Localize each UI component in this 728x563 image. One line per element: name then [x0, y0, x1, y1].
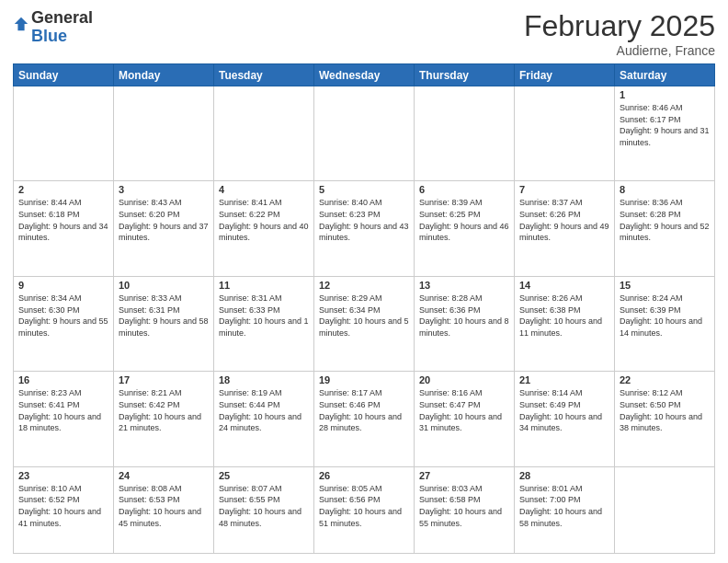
- day-number: 27: [419, 470, 509, 481]
- calendar-header-row: SundayMondayTuesdayWednesdayThursdayFrid…: [14, 64, 715, 86]
- day-number: 25: [219, 470, 309, 481]
- day-info: Sunrise: 8:34 AM Sunset: 6:30 PM Dayligh…: [18, 293, 108, 339]
- day-info: Sunrise: 8:17 AM Sunset: 6:46 PM Dayligh…: [319, 387, 409, 433]
- calendar-cell: 6Sunrise: 8:39 AM Sunset: 6:25 PM Daylig…: [415, 181, 515, 276]
- day-info: Sunrise: 8:40 AM Sunset: 6:23 PM Dayligh…: [319, 197, 409, 243]
- calendar-cell: 11Sunrise: 8:31 AM Sunset: 6:33 PM Dayli…: [214, 276, 314, 371]
- day-number: 11: [219, 280, 309, 291]
- title-block: February 2025 Audierne, France: [524, 9, 715, 58]
- weekday-header: Sunday: [14, 64, 114, 86]
- day-info: Sunrise: 8:12 AM Sunset: 6:50 PM Dayligh…: [620, 387, 710, 433]
- day-info: Sunrise: 8:36 AM Sunset: 6:28 PM Dayligh…: [620, 197, 710, 243]
- day-number: 14: [519, 280, 609, 291]
- location: Audierne, France: [524, 43, 715, 58]
- day-info: Sunrise: 8:23 AM Sunset: 6:41 PM Dayligh…: [18, 387, 108, 433]
- day-number: 15: [620, 280, 710, 291]
- day-info: Sunrise: 8:14 AM Sunset: 6:49 PM Dayligh…: [519, 387, 609, 433]
- calendar-week-row: 9Sunrise: 8:34 AM Sunset: 6:30 PM Daylig…: [14, 276, 715, 371]
- day-info: Sunrise: 8:28 AM Sunset: 6:36 PM Dayligh…: [419, 293, 509, 339]
- calendar-cell: 5Sunrise: 8:40 AM Sunset: 6:23 PM Daylig…: [314, 181, 415, 276]
- calendar: SundayMondayTuesdayWednesdayThursdayFrid…: [13, 63, 715, 554]
- calendar-cell: 18Sunrise: 8:19 AM Sunset: 6:44 PM Dayli…: [214, 372, 314, 466]
- day-info: Sunrise: 8:26 AM Sunset: 6:38 PM Dayligh…: [519, 293, 609, 339]
- day-number: 3: [119, 184, 209, 195]
- calendar-cell: 12Sunrise: 8:29 AM Sunset: 6:34 PM Dayli…: [314, 276, 415, 371]
- page: General Blue February 2025 Audierne, Fra…: [0, 0, 728, 563]
- day-info: Sunrise: 8:37 AM Sunset: 6:26 PM Dayligh…: [519, 197, 609, 243]
- day-number: 16: [18, 374, 108, 385]
- day-info: Sunrise: 8:21 AM Sunset: 6:42 PM Dayligh…: [119, 387, 209, 433]
- calendar-cell: 2Sunrise: 8:44 AM Sunset: 6:18 PM Daylig…: [14, 181, 114, 276]
- day-info: Sunrise: 8:01 AM Sunset: 7:00 PM Dayligh…: [519, 483, 609, 529]
- day-info: Sunrise: 8:44 AM Sunset: 6:18 PM Dayligh…: [18, 197, 108, 243]
- calendar-week-row: 16Sunrise: 8:23 AM Sunset: 6:41 PM Dayli…: [14, 372, 715, 466]
- calendar-cell: 20Sunrise: 8:16 AM Sunset: 6:47 PM Dayli…: [415, 372, 515, 466]
- day-info: Sunrise: 8:24 AM Sunset: 6:39 PM Dayligh…: [620, 293, 710, 339]
- day-info: Sunrise: 8:39 AM Sunset: 6:25 PM Dayligh…: [419, 197, 509, 243]
- day-number: 2: [18, 184, 108, 195]
- day-info: Sunrise: 8:31 AM Sunset: 6:33 PM Dayligh…: [219, 293, 309, 339]
- day-info: Sunrise: 8:03 AM Sunset: 6:58 PM Dayligh…: [419, 483, 509, 529]
- calendar-cell: [415, 86, 515, 181]
- calendar-cell: 24Sunrise: 8:08 AM Sunset: 6:53 PM Dayli…: [114, 466, 214, 553]
- day-number: 22: [620, 374, 710, 385]
- day-info: Sunrise: 8:33 AM Sunset: 6:31 PM Dayligh…: [119, 293, 209, 339]
- day-number: 20: [419, 374, 509, 385]
- day-number: 1: [620, 89, 710, 100]
- weekday-header: Friday: [515, 64, 615, 86]
- day-number: 4: [219, 184, 309, 195]
- calendar-cell: 26Sunrise: 8:05 AM Sunset: 6:56 PM Dayli…: [314, 466, 415, 553]
- day-info: Sunrise: 8:10 AM Sunset: 6:52 PM Dayligh…: [18, 483, 108, 529]
- calendar-cell: 4Sunrise: 8:41 AM Sunset: 6:22 PM Daylig…: [214, 181, 314, 276]
- calendar-cell: 7Sunrise: 8:37 AM Sunset: 6:26 PM Daylig…: [515, 181, 615, 276]
- calendar-week-row: 2Sunrise: 8:44 AM Sunset: 6:18 PM Daylig…: [14, 181, 715, 276]
- calendar-week-row: 1Sunrise: 8:46 AM Sunset: 6:17 PM Daylig…: [14, 86, 715, 181]
- calendar-cell: [214, 86, 314, 181]
- day-number: 28: [519, 470, 609, 481]
- calendar-cell: [615, 466, 715, 553]
- weekday-header: Wednesday: [314, 64, 415, 86]
- calendar-cell: 23Sunrise: 8:10 AM Sunset: 6:52 PM Dayli…: [14, 466, 114, 553]
- calendar-cell: 19Sunrise: 8:17 AM Sunset: 6:46 PM Dayli…: [314, 372, 415, 466]
- calendar-cell: [515, 86, 615, 181]
- day-info: Sunrise: 8:41 AM Sunset: 6:22 PM Dayligh…: [219, 197, 309, 243]
- calendar-cell: 17Sunrise: 8:21 AM Sunset: 6:42 PM Dayli…: [114, 372, 214, 466]
- weekday-header: Thursday: [415, 64, 515, 86]
- calendar-cell: [14, 86, 114, 181]
- day-info: Sunrise: 8:29 AM Sunset: 6:34 PM Dayligh…: [319, 293, 409, 339]
- calendar-cell: 14Sunrise: 8:26 AM Sunset: 6:38 PM Dayli…: [515, 276, 615, 371]
- calendar-cell: 21Sunrise: 8:14 AM Sunset: 6:49 PM Dayli…: [515, 372, 615, 466]
- calendar-cell: [114, 86, 214, 181]
- day-number: 19: [319, 374, 409, 385]
- calendar-cell: 28Sunrise: 8:01 AM Sunset: 7:00 PM Dayli…: [515, 466, 615, 553]
- logo: General Blue: [13, 9, 93, 46]
- day-number: 23: [18, 470, 108, 481]
- calendar-cell: 13Sunrise: 8:28 AM Sunset: 6:36 PM Dayli…: [415, 276, 515, 371]
- weekday-header: Tuesday: [214, 64, 314, 86]
- calendar-cell: 25Sunrise: 8:07 AM Sunset: 6:55 PM Dayli…: [214, 466, 314, 553]
- calendar-cell: 10Sunrise: 8:33 AM Sunset: 6:31 PM Dayli…: [114, 276, 214, 371]
- month-title: February 2025: [524, 9, 715, 43]
- day-number: 13: [419, 280, 509, 291]
- day-number: 9: [18, 280, 108, 291]
- day-info: Sunrise: 8:19 AM Sunset: 6:44 PM Dayligh…: [219, 387, 309, 433]
- day-number: 6: [419, 184, 509, 195]
- day-number: 7: [519, 184, 609, 195]
- calendar-cell: 1Sunrise: 8:46 AM Sunset: 6:17 PM Daylig…: [615, 86, 715, 181]
- day-number: 17: [119, 374, 209, 385]
- logo-icon: [13, 16, 29, 32]
- calendar-cell: 15Sunrise: 8:24 AM Sunset: 6:39 PM Dayli…: [615, 276, 715, 371]
- day-number: 8: [620, 184, 710, 195]
- day-number: 18: [219, 374, 309, 385]
- day-number: 26: [319, 470, 409, 481]
- calendar-cell: 27Sunrise: 8:03 AM Sunset: 6:58 PM Dayli…: [415, 466, 515, 553]
- day-info: Sunrise: 8:08 AM Sunset: 6:53 PM Dayligh…: [119, 483, 209, 529]
- day-info: Sunrise: 8:05 AM Sunset: 6:56 PM Dayligh…: [319, 483, 409, 529]
- weekday-header: Monday: [114, 64, 214, 86]
- calendar-cell: [314, 86, 415, 181]
- day-info: Sunrise: 8:46 AM Sunset: 6:17 PM Dayligh…: [620, 102, 710, 148]
- calendar-cell: 22Sunrise: 8:12 AM Sunset: 6:50 PM Dayli…: [615, 372, 715, 466]
- day-info: Sunrise: 8:16 AM Sunset: 6:47 PM Dayligh…: [419, 387, 509, 433]
- weekday-header: Saturday: [615, 64, 715, 86]
- header: General Blue February 2025 Audierne, Fra…: [13, 9, 715, 58]
